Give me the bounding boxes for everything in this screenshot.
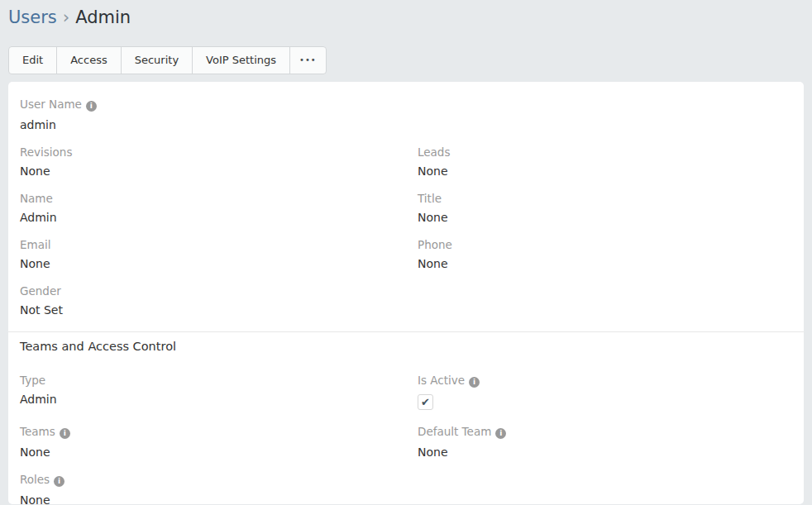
access-button[interactable]: Access: [57, 47, 122, 74]
field-is-active: Is Activei ✔: [406, 374, 804, 410]
user-detail-panel: User Namei admin Revisions None Leads No…: [8, 82, 804, 504]
field-label: Email: [20, 239, 394, 250]
field-row: User Namei admin: [8, 98, 804, 146]
field-row: Email None Phone None: [8, 239, 804, 285]
field-empty: [406, 474, 804, 504]
field-label: Revisions: [20, 146, 394, 158]
more-actions-button[interactable]: •••: [290, 47, 326, 74]
field-row: Teamsi None Default Teami None: [8, 426, 804, 474]
info-icon[interactable]: i: [469, 377, 480, 388]
field-label: Title: [418, 193, 792, 204]
field-label: Teamsi: [20, 426, 394, 439]
field-value: Admin: [20, 393, 394, 405]
field-roles: Rolesi None: [8, 474, 406, 504]
field-value: None: [20, 446, 394, 458]
field-row: Gender Not Set: [8, 285, 804, 331]
field-gender: Gender Not Set: [8, 285, 406, 316]
breadcrumb: Users›Admin: [8, 6, 804, 30]
field-value: None: [418, 165, 792, 177]
field-label: Is Activei: [418, 374, 792, 388]
field-row: Rolesi None: [8, 474, 804, 504]
edit-button[interactable]: Edit: [9, 47, 57, 74]
info-icon[interactable]: i: [54, 476, 64, 487]
field-label: Default Teami: [418, 426, 792, 439]
voip-settings-button[interactable]: VoIP Settings: [193, 47, 290, 74]
field-type: Type Admin: [8, 374, 406, 410]
is-active-checkbox[interactable]: ✔: [418, 394, 433, 410]
field-value: None: [418, 258, 792, 269]
field-label: Leads: [418, 146, 792, 158]
field-value: None: [418, 446, 792, 458]
field-user-name: User Namei admin: [8, 98, 406, 131]
field-label-text: Is Active: [418, 374, 465, 387]
action-toolbar: Edit Access Security VoIP Settings •••: [8, 46, 804, 74]
field-row: Revisions None Leads None: [8, 146, 804, 193]
field-empty: [406, 285, 804, 316]
field-value: Not Set: [20, 304, 394, 316]
info-icon[interactable]: i: [60, 428, 70, 439]
field-label-text: Roles: [20, 473, 50, 486]
field-phone: Phone None: [406, 239, 804, 269]
check-icon: ✔: [421, 397, 430, 407]
info-icon[interactable]: i: [86, 101, 97, 112]
field-value: None: [20, 258, 394, 269]
field-title: Title None: [406, 193, 804, 223]
breadcrumb-current: Admin: [75, 7, 131, 27]
field-teams: Teamsi None: [8, 426, 406, 458]
field-label-text: Teams: [20, 425, 55, 438]
page-header: Users›Admin: [0, 0, 812, 30]
field-label: Name: [20, 193, 394, 204]
field-leads: Leads None: [406, 146, 804, 177]
field-revisions: Revisions None: [8, 146, 406, 177]
field-label: Type: [20, 374, 394, 386]
field-empty: [406, 98, 804, 131]
field-value: Admin: [20, 212, 394, 223]
field-email: Email None: [8, 239, 406, 269]
field-row: Name Admin Title None: [8, 193, 804, 239]
field-label-text: Default Team: [418, 425, 491, 438]
field-row: Type Admin Is Activei ✔: [8, 374, 804, 426]
field-label: Rolesi: [20, 474, 394, 487]
info-icon[interactable]: i: [495, 428, 506, 439]
field-value: None: [418, 212, 792, 223]
field-label: Gender: [20, 285, 394, 297]
field-label: User Namei: [20, 98, 394, 112]
field-default-team: Default Teami None: [406, 426, 804, 458]
field-value: None: [20, 494, 394, 504]
field-label: Phone: [418, 239, 792, 250]
field-name: Name Admin: [8, 193, 406, 223]
field-value: None: [20, 165, 394, 177]
ellipsis-icon: •••: [299, 55, 317, 64]
action-button-group: Edit Access Security VoIP Settings •••: [8, 46, 327, 74]
field-label-text: User Name: [20, 98, 82, 111]
breadcrumb-users-link[interactable]: Users: [8, 7, 57, 27]
section-title-teams-access: Teams and Access Control: [8, 332, 804, 374]
security-button[interactable]: Security: [122, 47, 193, 74]
field-value: admin: [20, 119, 394, 131]
breadcrumb-separator-icon: ›: [63, 7, 69, 27]
